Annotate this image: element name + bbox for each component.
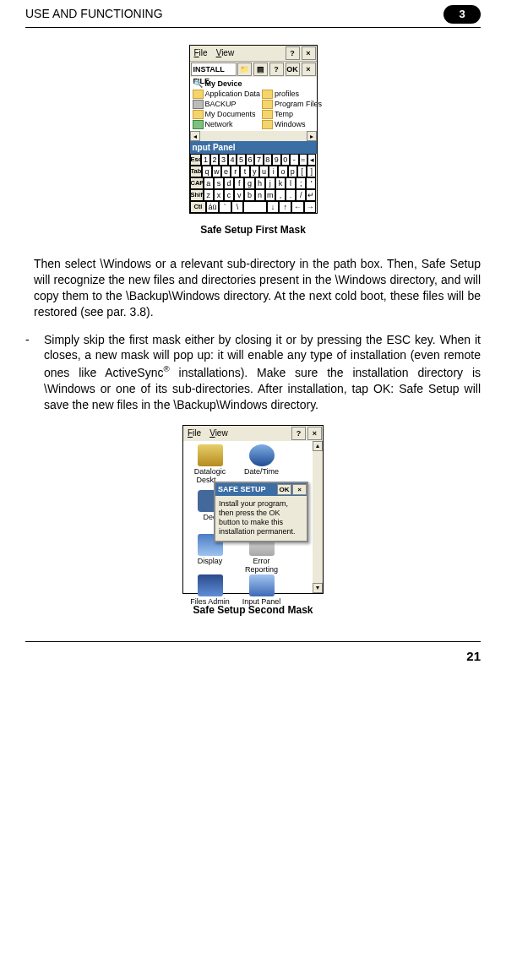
key-ctl[interactable]: Ctl [190, 201, 207, 213]
key[interactable]: l [286, 177, 296, 189]
folder-icon [193, 120, 204, 129]
control-panel-item[interactable]: Files Admin [187, 574, 233, 606]
folder-item[interactable]: Application Data [192, 89, 262, 99]
key[interactable]: 2 [210, 154, 219, 166]
scroll-up-icon[interactable]: ▴ [313, 441, 323, 451]
key-space[interactable] [243, 201, 266, 213]
key[interactable]: h [255, 177, 265, 189]
key-down[interactable]: ↓ [267, 201, 280, 213]
close-button-2[interactable]: × [302, 63, 316, 76]
vertical-scrollbar[interactable]: ▴ ▾ [313, 441, 323, 593]
key[interactable]: 7 [254, 154, 263, 166]
key[interactable]: o [278, 166, 287, 177]
folder-item[interactable]: My Documents [192, 109, 262, 119]
key[interactable]: 0 [281, 154, 290, 166]
key[interactable]: 5 [237, 154, 245, 166]
key[interactable]: 6 [246, 154, 254, 166]
key[interactable]: . [286, 189, 296, 201]
key[interactable]: z [204, 189, 214, 201]
scroll-left-icon[interactable]: ◂ [190, 131, 200, 141]
folder-item[interactable]: Temp [261, 109, 323, 119]
menu-file[interactable]: File [183, 426, 205, 441]
current-location[interactable]: 🔍 My Device [192, 79, 315, 89]
key[interactable]: ] [307, 166, 316, 177]
help-button-2[interactable]: ? [269, 63, 284, 76]
key[interactable]: = [299, 154, 307, 166]
key[interactable]: u [259, 166, 269, 177]
key[interactable]: q [202, 166, 211, 177]
close-button[interactable]: × [302, 46, 316, 60]
scroll-right-icon[interactable]: ▸ [307, 131, 317, 141]
folder-item[interactable]: profiles [261, 89, 323, 99]
onscreen-keyboard[interactable]: Esc 1 2 3 4 5 6 7 8 9 0 - = ◂ Tab [190, 154, 317, 213]
key[interactable]: n [255, 189, 265, 201]
dialog-close-button[interactable]: × [292, 484, 307, 495]
key[interactable]: v [234, 189, 244, 201]
key[interactable]: 3 [219, 154, 227, 166]
folder-item[interactable]: Network [192, 119, 262, 129]
menu-view[interactable]: View [212, 46, 239, 61]
key[interactable]: a [204, 177, 214, 189]
key[interactable]: ' [306, 177, 316, 189]
key[interactable]: 9 [272, 154, 280, 166]
list-icon[interactable]: ▤ [253, 63, 268, 76]
control-panel-item[interactable]: Input Panel [238, 574, 285, 606]
up-folder-icon[interactable]: 📁 [237, 63, 252, 76]
key[interactable]: ; [296, 177, 306, 189]
folder-icon [193, 110, 204, 119]
key[interactable]: 1 [201, 154, 209, 166]
key[interactable]: x [214, 189, 224, 201]
key[interactable]: 4 [228, 154, 237, 166]
folder-item[interactable]: BACKUP [192, 99, 262, 109]
close-button[interactable]: × [307, 427, 322, 440]
menu-view[interactable]: View [205, 426, 232, 441]
key-enter[interactable]: ↵ [306, 189, 316, 201]
key[interactable]: i [269, 166, 278, 177]
key[interactable]: [ [297, 166, 307, 177]
key[interactable]: e [221, 166, 231, 177]
key[interactable]: m [265, 189, 275, 201]
key[interactable]: / [296, 189, 306, 201]
key[interactable]: g [244, 177, 254, 189]
horizontal-scrollbar[interactable]: ◂ ▸ [190, 131, 317, 141]
key[interactable]: d [224, 177, 234, 189]
control-panel-item[interactable]: Date/Time [238, 444, 285, 476]
key[interactable]: y [250, 166, 259, 177]
key-backspace[interactable]: ◂ [307, 154, 316, 166]
key[interactable]: t [240, 166, 249, 177]
key-shift[interactable]: Shift [190, 189, 204, 201]
folder-item[interactable]: Windows [261, 119, 323, 129]
header-rule [25, 27, 481, 28]
dialog-body-text: Install your program, then press the OK … [215, 496, 307, 541]
ok-button[interactable]: OK [286, 63, 300, 76]
key-tab[interactable]: Tab [190, 166, 203, 177]
key[interactable]: w [212, 166, 221, 177]
key[interactable]: , [275, 189, 286, 201]
key[interactable]: \ [231, 201, 244, 213]
help-button[interactable]: ? [291, 427, 306, 440]
key[interactable]: r [231, 166, 240, 177]
key[interactable]: ` [219, 201, 231, 213]
key-left[interactable]: ← [291, 201, 304, 213]
key-caps[interactable]: CAP [190, 177, 204, 189]
key-up[interactable]: ↑ [279, 201, 291, 213]
folder-item[interactable]: Program Files [261, 99, 323, 109]
path-box[interactable]: INSTALL FILE [191, 63, 237, 76]
scroll-down-icon[interactable]: ▾ [313, 583, 323, 593]
key[interactable]: k [275, 177, 286, 189]
dialog-ok-button[interactable]: OK [277, 484, 291, 495]
help-button[interactable]: ? [286, 46, 300, 60]
key-intl[interactable]: áü [206, 201, 219, 213]
key[interactable]: j [265, 177, 275, 189]
key[interactable]: b [244, 189, 254, 201]
key[interactable]: s [214, 177, 224, 189]
key[interactable]: c [224, 189, 234, 201]
key[interactable]: p [288, 166, 297, 177]
key[interactable]: - [290, 154, 298, 166]
key-right[interactable]: → [304, 201, 317, 213]
key[interactable]: f [234, 177, 244, 189]
menu-file[interactable]: File [190, 46, 212, 61]
key[interactable]: 8 [264, 154, 272, 166]
key-esc[interactable]: Esc [190, 154, 202, 166]
control-panel-item[interactable]: Datalogic Deskt… [187, 444, 233, 484]
